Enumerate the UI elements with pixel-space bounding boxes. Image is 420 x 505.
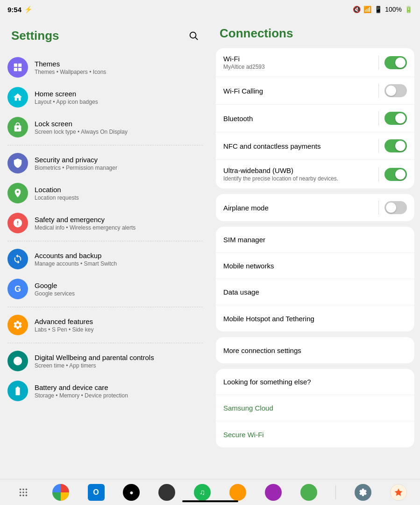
settings-item-themes[interactable]: Themes Themes • Wallpapers • Icons [0, 52, 210, 82]
left-panel-header: Settings [0, 22, 210, 52]
wifi-calling-divider [378, 84, 379, 98]
connection-item-uwb[interactable]: Ultra-wideband (UWB) Identify the precis… [216, 160, 414, 188]
nfc-toggle[interactable] [384, 139, 407, 152]
svg-point-9 [25, 488, 27, 490]
themes-subtitle: Themes • Wallpapers • Icons [35, 69, 203, 75]
connection-item-wifi-calling[interactable]: Wi-Fi Calling [216, 77, 414, 105]
connection-item-nfc[interactable]: NFC and contactless payments [216, 132, 414, 160]
wifi-status-icon: 📶 [363, 6, 371, 13]
app9-icon[interactable] [300, 484, 317, 501]
bluetooth-toggle-knob [395, 113, 406, 123]
app7-icon[interactable] [229, 484, 246, 501]
settings-item-safety[interactable]: Safety and emergency Medical info • Wire… [0, 208, 210, 238]
settings-gear-icon[interactable] [355, 484, 371, 501]
circle-app-icon[interactable]: ● [123, 484, 140, 501]
connection-item-bluetooth[interactable]: Bluetooth [216, 105, 414, 132]
connection-item-sim[interactable]: SIM manager [216, 227, 414, 253]
lock-screen-text: Lock screen Screen lock type • Always On… [35, 120, 203, 135]
svg-point-8 [22, 488, 24, 490]
samsung-cloud-text: Samsung Cloud [223, 404, 407, 412]
connection-item-hotspot[interactable]: Mobile Hotspot and Tethering [216, 305, 414, 332]
security-title: Security and privacy [35, 156, 203, 164]
accounts-subtitle: Manage accounts • Smart Switch [35, 260, 203, 267]
settings-item-lock-screen[interactable]: Lock screen Screen lock type • Always On… [0, 112, 210, 142]
google-title: Google [35, 281, 203, 289]
bottom-nav: O ● ♫ [0, 479, 420, 505]
lock-screen-title: Lock screen [35, 120, 203, 128]
wifi-calling-toggle[interactable] [384, 84, 407, 97]
wellbeing-title: Digital Wellbeing and parental controls [35, 354, 203, 361]
settings-item-accounts[interactable]: Accounts and backup Manage accounts • Sm… [0, 244, 210, 274]
spotify-icon[interactable]: ♫ [194, 484, 211, 501]
uwb-divider [378, 167, 379, 181]
uwb-title: Ultra-wideband (UWB) [223, 166, 373, 174]
connection-item-looking: Looking for something else? [216, 369, 414, 395]
battery-care-text: Battery and device care Storage • Memory… [35, 383, 203, 399]
advanced-icon [7, 315, 28, 335]
connection-item-mobile-networks[interactable]: Mobile networks [216, 253, 414, 279]
apps-grid-button[interactable] [13, 482, 34, 503]
wellbeing-icon [7, 351, 28, 371]
connection-item-wifi[interactable]: Wi-Fi MyAltice ad2593 [216, 48, 414, 77]
outlook-icon[interactable]: O [88, 484, 105, 501]
chrome-icon[interactable] [52, 484, 69, 501]
sim-text: SIM manager [223, 236, 407, 244]
app5-icon[interactable] [158, 484, 175, 501]
samsung-cloud-title: Samsung Cloud [223, 404, 407, 412]
accounts-text: Accounts and backup Manage accounts • Sm… [35, 252, 203, 267]
mobile-networks-text: Mobile networks [223, 262, 407, 270]
home-screen-text: Home screen Layout • App icon badges [35, 90, 203, 105]
settings-item-wellbeing[interactable]: Digital Wellbeing and parental controls … [0, 346, 210, 376]
settings-item-home-screen[interactable]: Home screen Layout • App icon badges [0, 82, 210, 112]
nfc-toggle-knob [395, 141, 406, 151]
more-connection-title: More connection settings [223, 346, 407, 354]
connections-title: Connections [216, 22, 414, 48]
secure-wifi-title: Secure Wi-Fi [223, 431, 407, 439]
connection-item-more[interactable]: More connection settings [216, 337, 414, 363]
connection-item-airplane[interactable]: Airplane mode [216, 194, 414, 221]
svg-point-11 [22, 491, 24, 493]
search-button[interactable] [184, 26, 203, 45]
connection-item-samsung-cloud[interactable]: Samsung Cloud [216, 395, 414, 421]
status-bar-right: 🔇 📶 📱 100% 🔋 [353, 6, 413, 13]
left-panel: Settings Themes Themes • Wallpa [0, 19, 210, 479]
settings-item-google[interactable]: G Google Google services [0, 274, 210, 304]
bluetooth-toggle[interactable] [384, 112, 407, 125]
connections-card-looking: Looking for something else? Samsung Clou… [216, 369, 414, 447]
airplane-toggle[interactable] [384, 201, 407, 214]
divider-4 [7, 343, 203, 343]
svg-point-14 [22, 494, 24, 496]
app8-icon[interactable] [265, 484, 282, 501]
security-text: Security and privacy Biometrics • Permis… [35, 156, 203, 171]
svg-point-15 [25, 494, 27, 496]
uwb-toggle[interactable] [384, 168, 407, 181]
settings-item-advanced[interactable]: Advanced features Labs • S Pen • Side ke… [0, 310, 210, 340]
settings-item-battery[interactable]: Battery and device care Storage • Memory… [0, 376, 210, 406]
divider-1 [7, 145, 203, 145]
themes-icon [7, 57, 28, 78]
settings-item-security[interactable]: Security and privacy Biometrics • Permis… [0, 148, 210, 178]
uwb-toggle-knob [395, 169, 406, 180]
wifi-toggle[interactable] [384, 56, 407, 69]
settings-item-location[interactable]: Location Location requests [0, 178, 210, 208]
connection-item-secure-wifi[interactable]: Secure Wi-Fi [216, 421, 414, 447]
divider-2 [7, 241, 203, 241]
location-text: Location Location requests [35, 186, 203, 201]
hotspot-title: Mobile Hotspot and Tethering [223, 315, 407, 323]
home-screen-title: Home screen [35, 90, 203, 98]
connection-item-data-usage[interactable]: Data usage [216, 279, 414, 305]
nfc-text: NFC and contactless payments [223, 142, 373, 150]
home-indicator [182, 500, 238, 502]
app11-icon[interactable] [390, 484, 407, 501]
safety-icon [7, 213, 28, 233]
right-panel: Connections Wi-Fi MyAltice ad2593 Wi-Fi … [210, 19, 420, 479]
safety-subtitle: Medical info • Wireless emergency alerts [35, 224, 203, 231]
signal-icon: 📱 [374, 6, 382, 13]
battery-care-icon [7, 381, 28, 401]
battery-care-subtitle: Storage • Memory • Device protection [35, 392, 203, 399]
safety-text: Safety and emergency Medical info • Wire… [35, 216, 203, 231]
bluetooth-text: Bluetooth [223, 115, 373, 123]
divider-3 [7, 307, 203, 307]
main-layout: Settings Themes Themes • Wallpa [0, 19, 420, 479]
bluetooth-title: Bluetooth [223, 115, 373, 123]
